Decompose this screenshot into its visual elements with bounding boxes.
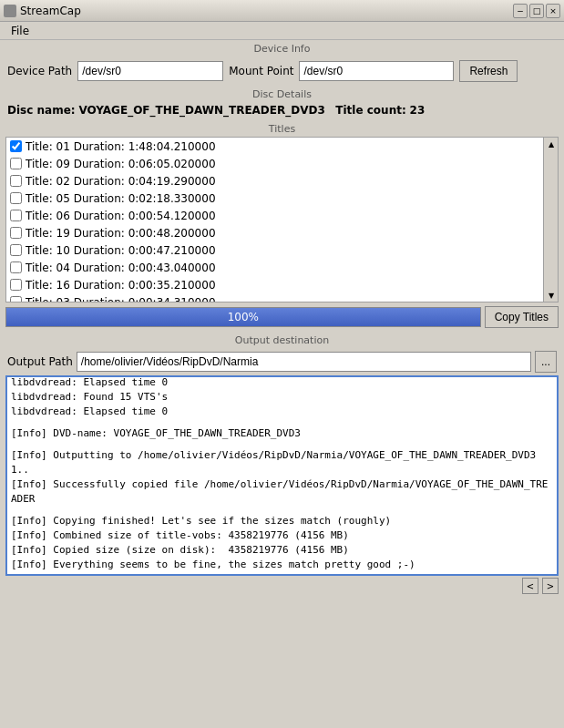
window-title: StreamCap — [20, 5, 81, 17]
title-label: Title: 03 Duration: 0:00:34.310000 — [26, 296, 216, 302]
title-item[interactable]: Title: 06 Duration: 0:00:54.120000 — [6, 207, 543, 224]
close-button[interactable]: × — [546, 4, 560, 18]
title-label: Title: 05 Duration: 0:02:18.330000 — [26, 192, 216, 205]
title-label: Title: 04 Duration: 0:00:43.040000 — [26, 261, 216, 274]
title-checkbox[interactable] — [10, 210, 22, 221]
title-item[interactable]: Title: 05 Duration: 0:02:18.330000 — [6, 190, 543, 207]
mount-point-label: Mount Point — [229, 65, 293, 77]
log-line: [Info] Combined size of title-vobs: 4358… — [11, 528, 553, 543]
title-item[interactable]: Title: 03 Duration: 0:00:34.310000 — [6, 293, 543, 302]
log-line: libdvdread: Found 15 VTS's — [11, 390, 553, 405]
title-checkbox[interactable] — [10, 261, 22, 273]
device-info-section-label: Device Info — [0, 40, 564, 56]
log-line: [Info] Everything seems to be fine, the … — [11, 558, 553, 572]
output-path-input[interactable] — [77, 352, 531, 372]
title-label: Title: 01 Duration: 1:48:04.210000 — [26, 140, 216, 153]
window-icon — [4, 5, 16, 17]
copy-titles-button[interactable]: Copy Titles — [485, 306, 559, 328]
title-label: Title: 16 Duration: 0:00:35.210000 — [26, 279, 216, 292]
minimize-button[interactable]: − — [513, 4, 528, 18]
title-bar-left: StreamCap — [4, 5, 81, 17]
device-info-row: Device Path Mount Point Refresh — [0, 56, 564, 86]
title-count-value: 23 — [410, 104, 426, 117]
disc-details-row: Disc name: VOYAGE_OF_THE_DAWN_TREADER_DV… — [0, 102, 564, 120]
title-checkbox[interactable] — [10, 227, 22, 239]
title-checkbox[interactable] — [10, 279, 22, 291]
title-item[interactable]: Title: 01 Duration: 1:48:04.210000 — [6, 138, 543, 155]
title-item[interactable]: Title: 04 Duration: 0:00:43.040000 — [6, 259, 543, 276]
scroll-down-arrow[interactable]: ▼ — [544, 289, 559, 302]
log-line: [Info] DVD-name: VOYAGE_OF_THE_DAWN_TREA… — [11, 426, 553, 441]
title-item[interactable]: Title: 09 Duration: 0:06:05.020000 — [6, 155, 543, 172]
browse-button[interactable]: ... — [535, 351, 557, 373]
title-label: Title: 02 Duration: 0:04:19.290000 — [26, 175, 216, 188]
title-item[interactable]: Title: 19 Duration: 0:00:48.200000 — [6, 224, 543, 241]
output-row: Output Path ... — [0, 348, 564, 375]
title-bar-buttons: − □ × — [513, 4, 560, 18]
title-label: Title: 06 Duration: 0:00:54.120000 — [26, 210, 216, 222]
log-area[interactable]: libdvdread: Elapsed time 0libdvdread: Ge… — [5, 375, 559, 576]
log-line — [11, 419, 553, 426]
progress-row: 100% Copy Titles — [0, 302, 564, 332]
title-item[interactable]: Title: 16 Duration: 0:00:35.210000 — [6, 276, 543, 293]
titles-wrapper: Title: 01 Duration: 1:48:04.210000Title:… — [5, 137, 559, 302]
bottom-bar: < > — [0, 576, 564, 596]
log-line: libdvdread: Elapsed time 0 — [11, 405, 553, 419]
title-label: Title: 10 Duration: 0:00:47.210000 — [26, 244, 216, 257]
nav-right-button[interactable]: > — [542, 578, 559, 594]
output-section-label: Output destination — [0, 332, 564, 348]
refresh-button[interactable]: Refresh — [459, 60, 518, 82]
title-item[interactable]: Title: 10 Duration: 0:00:47.210000 — [6, 241, 543, 259]
progress-bar-container: 100% — [5, 307, 481, 327]
log-line: libdvdread: Elapsed time 0 — [11, 375, 553, 390]
title-checkbox[interactable] — [10, 140, 22, 152]
device-path-label: Device Path — [7, 65, 72, 77]
titles-section-label: Titles — [0, 120, 564, 137]
log-line — [11, 507, 553, 514]
title-checkbox[interactable] — [10, 158, 22, 169]
mount-point-input[interactable] — [299, 61, 454, 81]
device-path-input[interactable] — [77, 61, 223, 81]
maximize-button[interactable]: □ — [529, 4, 544, 18]
log-line: [Info] Outputting to /home/olivier/Vidéo… — [11, 448, 553, 477]
disc-name-value: VOYAGE_OF_THE_DAWN_TREADER_DVD3 — [78, 104, 324, 117]
title-checkbox[interactable] — [10, 175, 22, 187]
menu-bar: File — [0, 22, 564, 40]
menu-file[interactable]: File — [5, 24, 35, 38]
title-label: Title: 19 Duration: 0:00:48.200000 — [26, 227, 216, 240]
titles-scrollbar[interactable]: ▲ ▼ — [543, 138, 558, 302]
log-line: [Info] Copied size (size on disk): 43582… — [11, 543, 553, 558]
disc-name-label: Disc name: — [7, 104, 76, 117]
title-item[interactable]: Title: 02 Duration: 0:04:19.290000 — [6, 172, 543, 190]
progress-text: 100% — [6, 308, 480, 326]
titles-list[interactable]: Title: 01 Duration: 1:48:04.210000Title:… — [6, 138, 543, 302]
title-checkbox[interactable] — [10, 296, 22, 302]
title-label: Title: 09 Duration: 0:06:05.020000 — [26, 158, 216, 170]
title-bar: StreamCap − □ × — [0, 0, 564, 22]
log-line: [Info] Copying finished! Let's see if th… — [11, 514, 553, 528]
disc-details-section-label: Disc Details — [0, 86, 564, 102]
log-line — [11, 441, 553, 448]
title-checkbox[interactable] — [10, 192, 22, 204]
scroll-up-arrow[interactable]: ▲ — [544, 138, 559, 150]
log-line: [Info] Successfully copied file /home/ol… — [11, 477, 553, 507]
output-path-label: Output Path — [7, 355, 73, 368]
nav-left-button[interactable]: < — [522, 578, 538, 594]
title-count-label: Title count: — [335, 104, 405, 117]
title-checkbox[interactable] — [10, 244, 22, 256]
